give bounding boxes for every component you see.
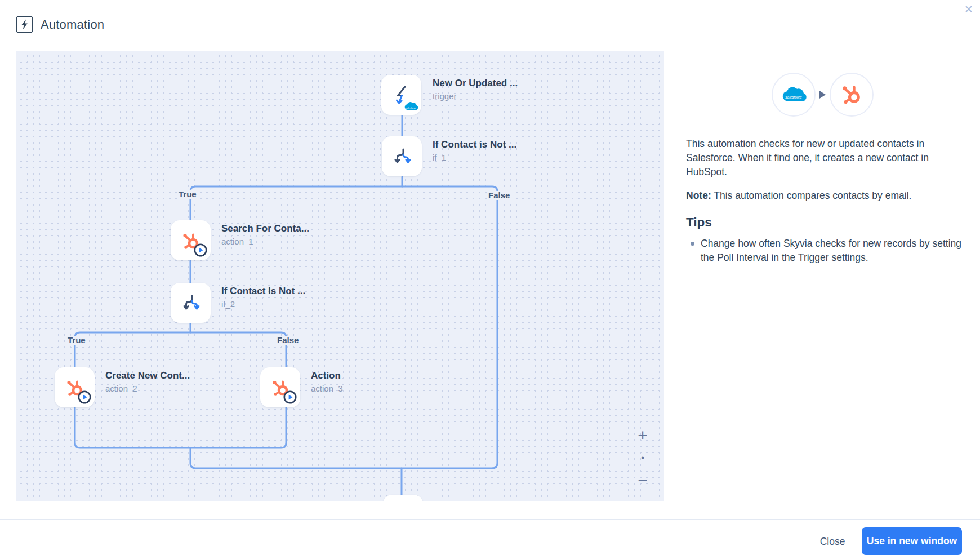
- node-title: If Contact is Not ...: [433, 139, 516, 151]
- node-subtitle: action_3: [311, 383, 343, 394]
- node-if-1-labels: If Contact is Not ... if_1: [433, 139, 516, 163]
- footer-divider: [0, 519, 980, 520]
- note-text: This automation compares contacts by ema…: [711, 190, 912, 201]
- node-title: New Or Updated ...: [433, 77, 518, 90]
- branch-icon: [391, 145, 413, 168]
- arrow-right-icon: [819, 91, 826, 99]
- branch-icon: [180, 292, 202, 314]
- use-in-new-window-button[interactable]: Use in new window: [862, 527, 962, 555]
- node-trigger-labels: New Or Updated ... trigger: [433, 77, 518, 102]
- zoom-reset-dot[interactable]: •: [634, 453, 652, 463]
- zoom-out-button[interactable]: −: [634, 471, 652, 490]
- branch-label-false: False: [275, 336, 300, 345]
- node-title: Search For Conta...: [221, 223, 309, 235]
- target-app-circle: [830, 73, 874, 117]
- node-title: Create New Cont...: [105, 370, 190, 382]
- page-title: Automation: [41, 17, 104, 32]
- node-action-3-labels: Action action_3: [311, 370, 343, 394]
- node-subtitle: action_2: [105, 383, 190, 394]
- node-if-2-labels: If Contact Is Not ... if_2: [221, 285, 305, 310]
- automation-bolt-icon: [16, 16, 33, 33]
- flow-connectors: [16, 51, 664, 501]
- salesforce-logo: salesforce: [779, 85, 808, 104]
- automation-info-panel: This automation checks for new or update…: [686, 137, 964, 265]
- node-trigger[interactable]: salesforce: [381, 75, 421, 115]
- svg-text:salesforce: salesforce: [406, 106, 416, 109]
- salesforce-badge-icon: salesforce: [403, 101, 418, 112]
- node-action-3[interactable]: [260, 367, 300, 407]
- branch-label-true: True: [177, 190, 198, 199]
- node-subtitle: if_2: [221, 299, 305, 310]
- node-title: Action: [311, 370, 343, 382]
- branch-label-false: False: [487, 191, 511, 200]
- automation-flow-canvas[interactable]: salesforce New Or Updated ... trigger If…: [16, 51, 664, 501]
- node-subtitle: if_1: [433, 152, 516, 163]
- play-badge-icon: [283, 390, 297, 404]
- close-icon[interactable]: ✕: [961, 1, 977, 17]
- node-action-1[interactable]: [171, 220, 211, 260]
- node-action-2-labels: Create New Cont... action_2: [105, 370, 190, 394]
- play-badge-icon: [78, 390, 91, 404]
- modal-header: Automation: [16, 16, 104, 33]
- note-label: Note:: [686, 190, 711, 201]
- node-if-2[interactable]: [171, 283, 211, 323]
- play-badge-icon: [194, 243, 207, 257]
- hubspot-logo: [839, 82, 864, 107]
- tip-item: Change how often Skyvia checks for new r…: [701, 237, 964, 265]
- node-title: If Contact Is Not ...: [221, 285, 305, 297]
- node-subtitle: trigger: [433, 91, 518, 102]
- node-action-2[interactable]: [55, 367, 95, 407]
- tips-title: Tips: [686, 214, 964, 231]
- node-subtitle: action_1: [221, 236, 309, 247]
- zoom-in-button[interactable]: +: [634, 426, 652, 445]
- branch-label-true: True: [66, 336, 87, 345]
- automation-note: Note: This automation compares contacts …: [686, 189, 964, 203]
- svg-text:salesforce: salesforce: [785, 95, 802, 99]
- automation-description: This automation checks for new or update…: [686, 137, 964, 179]
- tips-list: Change how often Skyvia checks for new r…: [686, 237, 964, 265]
- source-app-circle: salesforce: [772, 73, 816, 117]
- close-button[interactable]: Close: [810, 534, 855, 549]
- node-card-clipped[interactable]: [383, 495, 423, 501]
- node-if-1[interactable]: [382, 136, 422, 176]
- node-action-1-labels: Search For Conta... action_1: [221, 223, 309, 247]
